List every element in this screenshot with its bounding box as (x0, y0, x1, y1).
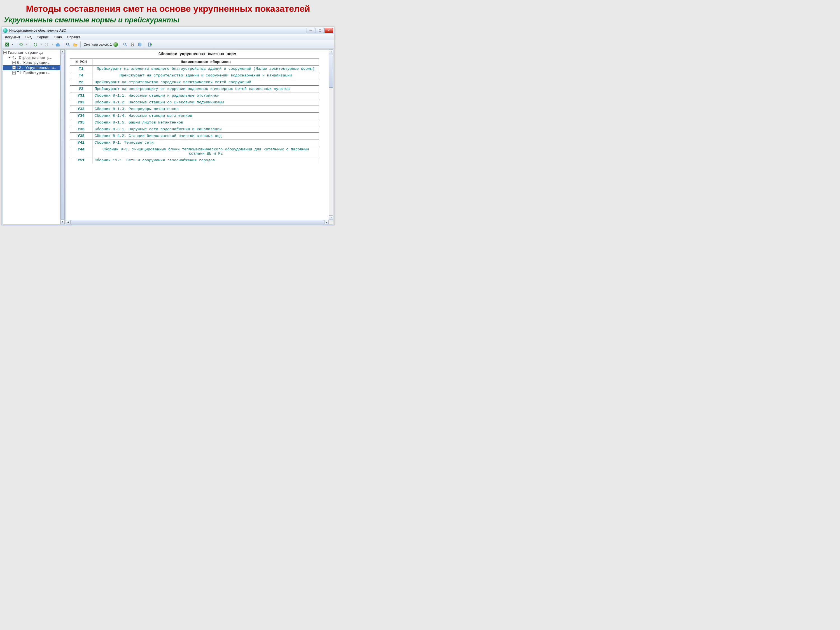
scroll-left-icon[interactable]: ◀ (66, 220, 70, 224)
tool-exit-icon[interactable] (147, 41, 153, 47)
tool-db-icon[interactable] (137, 41, 143, 47)
dropdown-icon[interactable]: ▼ (39, 43, 42, 46)
menu-help[interactable]: Справка (66, 35, 82, 40)
window-title: Информационное обеспечение АВС (9, 28, 306, 33)
horizontal-scrollbar[interactable]: ◀ ▶ (66, 220, 329, 224)
tool-excel-icon[interactable] (4, 41, 10, 47)
toolbar: ▼ ▼ ▼ ▼ Сметный район: 1 (2, 40, 334, 49)
svg-point-3 (124, 43, 126, 45)
scroll-up-icon[interactable]: ▲ (329, 50, 333, 54)
collections-table: N УСННаименование сборниковТ1Прейскурант… (70, 58, 319, 164)
expand-icon[interactable]: + (8, 56, 11, 59)
table-row[interactable]: У44Сборник 9-3. Унифицированные блоки те… (70, 146, 319, 157)
vertical-scrollbar[interactable]: ▲ ▼ (329, 50, 333, 220)
row-name: Сборник 8-3.1. Наружные сети водоснабжен… (92, 126, 319, 133)
row-code: У42 (70, 139, 92, 146)
table-row[interactable]: У32Сборник 8-1.2. Насосные станции со шн… (70, 99, 319, 106)
tool-open-icon[interactable] (72, 41, 78, 47)
table-row[interactable]: У2Прейскурант на строительство городских… (70, 79, 319, 86)
minimize-button[interactable]: — (306, 28, 315, 33)
tree-item[interactable]: +8. Конструкции… (3, 60, 65, 65)
scroll-down-icon[interactable]: ▼ (60, 220, 65, 224)
scroll-thumb[interactable] (70, 220, 324, 224)
tree-pane: +Главная страница+4. Строительные р…+8. … (3, 49, 65, 224)
tool-refresh-icon[interactable] (18, 41, 24, 47)
separator-icon (30, 41, 30, 47)
row-code: У51 (70, 157, 92, 164)
menu-window[interactable]: Окно (53, 35, 63, 40)
expand-icon[interactable]: + (12, 71, 16, 74)
scroll-down-icon[interactable]: ▼ (329, 215, 333, 220)
app-window: Информационное обеспечение АВС — ▢ ✕ Док… (2, 27, 334, 226)
row-code: Т1 (70, 66, 92, 72)
table-row[interactable]: У38Сборник 8-4.2. Станции биологической … (70, 133, 319, 139)
tree-scrollbar[interactable]: ▲ ▼ (60, 50, 65, 224)
table-row[interactable]: У33Сборник 8-1.3. Резервуары метантенков (70, 106, 319, 112)
tree-root[interactable]: +Главная страница (3, 50, 65, 55)
separator-icon (63, 41, 63, 47)
tree: +Главная страница+4. Строительные р…+8. … (3, 50, 65, 76)
row-name: Сборник 8-1.4. Насосные станции метантен… (92, 112, 319, 119)
slide-title: Методы составления смет на основе укрупн… (0, 0, 336, 15)
row-name: Сборник 8-1.2. Насосные станции со шнеко… (92, 99, 319, 106)
expand-icon[interactable]: + (12, 66, 16, 69)
row-code: У32 (70, 99, 92, 106)
table-row[interactable]: У34Сборник 8-1.4. Насосные станции метан… (70, 112, 319, 119)
tool-redo-icon[interactable] (43, 41, 50, 47)
row-code: У34 (70, 112, 92, 119)
svg-rect-6 (132, 43, 133, 44)
column-header: N УСН (70, 59, 92, 66)
app-icon (3, 28, 8, 33)
dropdown-icon[interactable]: ▼ (11, 43, 14, 46)
table-row[interactable]: Т4Прейскурант на строительство зданий и … (70, 72, 319, 79)
tool-search-icon[interactable] (65, 41, 71, 47)
tool-home-icon[interactable] (55, 41, 61, 47)
content-heading: Сборники укрупненных сметных норм (69, 52, 326, 56)
menu-service[interactable]: Сервис (36, 35, 50, 40)
separator-icon (16, 41, 16, 47)
row-code: У3 (70, 86, 92, 92)
separator-icon (145, 41, 145, 47)
svg-rect-9 (148, 43, 150, 46)
dropdown-icon[interactable]: ▼ (25, 43, 28, 46)
svg-point-1 (66, 43, 69, 45)
scroll-up-icon[interactable]: ▲ (60, 50, 65, 54)
slide-subtitle: Укрупненные сметные нормы и прейскуранты (0, 15, 336, 26)
menu-view[interactable]: Вид (24, 35, 33, 40)
scroll-thumb[interactable] (329, 54, 333, 88)
table-row[interactable]: У35Сборник 8-1.5. Башни лифтов метантенк… (70, 119, 319, 126)
main-content: Сборники укрупненных сметных норм N УСНН… (66, 50, 329, 220)
row-code: Т4 (70, 72, 92, 79)
table-row[interactable]: У3Прейскурант на электрозащиту от корроз… (70, 86, 319, 92)
maximize-button[interactable]: ▢ (316, 28, 324, 33)
tool-zoom-icon[interactable] (122, 41, 128, 47)
row-code: У44 (70, 146, 92, 157)
table-row[interactable]: У31Сборник 8-1.1. Насосные станции и рад… (70, 92, 319, 99)
scroll-right-icon[interactable]: ▶ (324, 220, 329, 224)
row-code: У31 (70, 92, 92, 99)
row-code: У33 (70, 106, 92, 112)
table-row[interactable]: У51Сборник 11-1. Сети и сооружения газос… (70, 157, 319, 164)
scroll-thumb[interactable] (60, 54, 65, 220)
row-code: У35 (70, 119, 92, 126)
main-pane: Сборники укрупненных сметных норм N УСНН… (66, 49, 333, 224)
row-name: Прейскурант на строительство городских э… (92, 79, 319, 86)
row-name: Прейскурант на элементы внешнего благоус… (92, 66, 319, 72)
expand-icon[interactable]: + (3, 51, 7, 54)
close-button[interactable]: ✕ (325, 28, 333, 33)
tool-undo-icon[interactable] (32, 41, 38, 47)
tree-item[interactable]: +4. Строительные р… (3, 55, 65, 60)
row-name: Сборник 8-1.3. Резервуары метантенков (92, 106, 319, 112)
tool-print-icon[interactable] (129, 41, 136, 47)
menu-document[interactable]: Документ (4, 35, 21, 40)
content-area: +Главная страница+4. Строительные р…+8. … (2, 49, 334, 225)
table-row[interactable]: Т1Прейскурант на элементы внешнего благо… (70, 66, 319, 72)
globe-icon[interactable] (114, 42, 118, 47)
svg-line-4 (126, 45, 127, 46)
row-name: Сборник 8-1.1. Насосные станции и радиал… (92, 92, 319, 99)
expand-icon[interactable]: + (12, 61, 16, 65)
tree-item[interactable]: +Т1 Прейскурант… (3, 70, 65, 75)
tree-item[interactable]: +12. Укрупненные с… (3, 65, 65, 70)
table-row[interactable]: У36Сборник 8-3.1. Наружные сети водоснаб… (70, 126, 319, 133)
table-row[interactable]: У42Сборник 9-1. Тепловые сети (70, 139, 319, 146)
